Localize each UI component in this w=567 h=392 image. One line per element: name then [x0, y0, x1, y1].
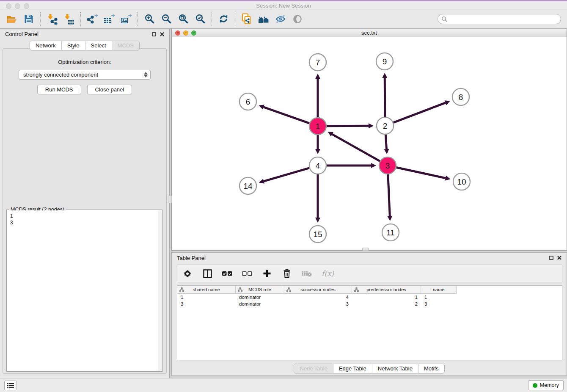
- column-type-icon: [286, 287, 291, 292]
- table-tab-motifs[interactable]: Motifs: [418, 364, 444, 373]
- criterion-select[interactable]: strongly connected component: [19, 70, 151, 80]
- table-tab-edge-table[interactable]: Edge Table: [333, 364, 372, 373]
- tab-style[interactable]: Style: [61, 41, 85, 50]
- table-panel-title: Table Panel: [177, 255, 206, 261]
- select-all-checkboxes-icon[interactable]: [222, 268, 232, 279]
- app-window: Session: New Session: [0, 0, 567, 392]
- graph-edge-3-11[interactable]: [388, 174, 390, 216]
- optimization-criterion-label: Optimization criterion:: [3, 59, 166, 65]
- node-table: shared nameMCDS rolesuccessor nodesprede…: [177, 285, 562, 360]
- graph-node-label: 1: [316, 122, 320, 131]
- close-table-panel-icon[interactable]: [557, 256, 561, 260]
- import-table-icon[interactable]: [61, 11, 77, 28]
- graph-edge-4-14[interactable]: [264, 168, 309, 181]
- toolbar-separator: [138, 12, 138, 26]
- run-mcds-button[interactable]: Run MCDS: [37, 85, 81, 94]
- column-header-predecessor-nodes[interactable]: predecessor nodes: [352, 286, 421, 294]
- float-table-panel-icon[interactable]: [549, 256, 553, 260]
- zoom-fit-icon[interactable]: [175, 11, 192, 28]
- function-builder-icon[interactable]: f(x): [322, 269, 334, 278]
- column-header-name[interactable]: name: [421, 286, 457, 294]
- close-panel-icon[interactable]: [160, 32, 164, 36]
- export-network-icon[interactable]: [84, 11, 101, 28]
- zoom-in-icon[interactable]: [141, 11, 158, 28]
- mcds-panel: Optimization criterion: strongly connect…: [3, 48, 167, 374]
- table-cell[interactable]: 3: [177, 301, 236, 307]
- zoom-out-icon[interactable]: [158, 11, 175, 28]
- hide-selected-icon[interactable]: [272, 11, 289, 28]
- search-icon: [441, 16, 447, 22]
- table-cell[interactable]: 1: [421, 294, 457, 301]
- graph-edge-2-8[interactable]: [394, 103, 446, 123]
- export-table-icon[interactable]: [101, 11, 118, 28]
- result-scrollbar[interactable]: [158, 210, 162, 371]
- network-window-titlebar[interactable]: × − + scc.txt: [172, 29, 567, 37]
- first-neighbors-icon[interactable]: [255, 11, 272, 28]
- graph-edge-3-1[interactable]: [332, 134, 380, 161]
- graph-edge-2-9[interactable]: [385, 78, 385, 117]
- delete-column-icon[interactable]: [282, 268, 292, 279]
- delete-table-icon[interactable]: [302, 268, 312, 279]
- table-tab-node-table[interactable]: Node Table: [294, 364, 333, 373]
- table-cell[interactable]: 1: [352, 294, 421, 301]
- graphics-details-icon[interactable]: [289, 11, 306, 28]
- new-network-from-selection-icon[interactable]: [238, 11, 255, 28]
- horizontal-splitter-handle[interactable]: [362, 248, 369, 251]
- network-minimize-button[interactable]: −: [183, 30, 188, 36]
- table-header-row: shared nameMCDS rolesuccessor nodesprede…: [177, 286, 562, 294]
- task-history-button[interactable]: [4, 381, 17, 390]
- mcds-result-list[interactable]: 13: [7, 210, 162, 371]
- export-image-icon[interactable]: [118, 11, 135, 28]
- column-header-successor-nodes[interactable]: successor nodes: [284, 286, 352, 294]
- deselect-all-checkboxes-icon[interactable]: [242, 268, 252, 279]
- zoom-selected-icon[interactable]: [192, 11, 209, 28]
- tab-mcds[interactable]: MCDS: [112, 41, 139, 50]
- column-header-shared-name[interactable]: shared name: [177, 286, 236, 294]
- table-tab-network-table[interactable]: Network Table: [372, 364, 418, 373]
- column-header-mcds-role[interactable]: MCDS role: [236, 286, 284, 294]
- table-cell[interactable]: dominator: [236, 301, 284, 307]
- search-input[interactable]: [447, 16, 557, 22]
- add-column-icon[interactable]: [262, 268, 272, 279]
- graph-edge-2-3[interactable]: [385, 135, 386, 149]
- window-titlebar: Session: New Session: [0, 0, 567, 9]
- table-cell[interactable]: 3: [421, 301, 457, 307]
- import-network-icon[interactable]: [44, 11, 61, 28]
- split-columns-icon[interactable]: [202, 268, 212, 279]
- network-graph[interactable]: 1234678910111415: [172, 37, 567, 250]
- graph-edge-1-2[interactable]: [327, 126, 369, 126]
- network-maximize-button[interactable]: +: [191, 30, 196, 36]
- criterion-selected-value: strongly connected component: [23, 72, 98, 78]
- memory-button[interactable]: Memory: [528, 380, 564, 390]
- table-cell[interactable]: 3: [284, 301, 352, 307]
- network-canvas[interactable]: 1234678910111415: [172, 37, 567, 250]
- table-row[interactable]: 1dominator411: [177, 294, 562, 301]
- float-panel-icon[interactable]: [152, 32, 156, 36]
- mcds-result-item[interactable]: 3: [10, 219, 159, 226]
- table-cell[interactable]: 1: [177, 294, 236, 301]
- table-panel: Table Panel: [171, 252, 567, 376]
- vertical-splitter-handle[interactable]: [168, 196, 172, 203]
- status-bar: Memory: [0, 378, 567, 392]
- search-box[interactable]: [438, 14, 561, 24]
- open-folder-icon[interactable]: [3, 11, 20, 28]
- settings-gear-icon[interactable]: [182, 268, 193, 279]
- control-panel-title: Control Panel: [5, 31, 39, 37]
- apply-layout-icon[interactable]: [215, 11, 232, 28]
- mcds-result-box: MCDS result (2 nodes) 13: [6, 210, 162, 372]
- table-row[interactable]: 3dominator323: [177, 301, 562, 307]
- table-cell[interactable]: dominator: [236, 294, 284, 301]
- graph-edge-1-6[interactable]: [264, 107, 309, 123]
- mcds-result-item[interactable]: 1: [10, 213, 159, 219]
- save-session-icon[interactable]: [20, 11, 37, 28]
- close-panel-button[interactable]: Close panel: [87, 85, 132, 94]
- toolbar-separator: [212, 12, 212, 26]
- table-cell[interactable]: 2: [352, 301, 421, 307]
- network-close-button[interactable]: ×: [175, 30, 180, 36]
- graph-node-label: 7: [316, 58, 320, 67]
- table-cell[interactable]: 4: [284, 294, 352, 301]
- tab-select[interactable]: Select: [85, 41, 112, 50]
- tab-network[interactable]: Network: [30, 41, 61, 50]
- graph-edge-3-10[interactable]: [396, 167, 446, 178]
- main-toolbar: [0, 9, 567, 29]
